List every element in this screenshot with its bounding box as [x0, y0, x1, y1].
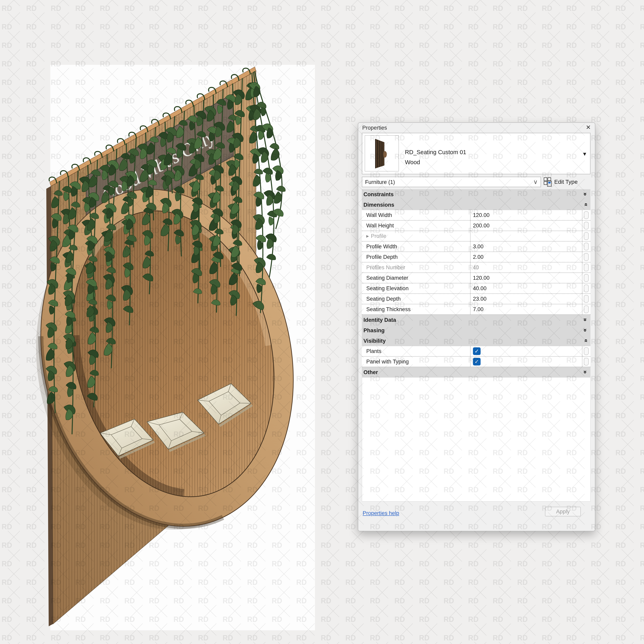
section-chevron-icon[interactable]: » [582, 203, 589, 206]
associate-param-button[interactable] [584, 211, 589, 219]
property-row: Wall Width 120.00 [362, 210, 590, 221]
property-value-field[interactable]: 40.00 [470, 283, 582, 293]
section-chevron-icon[interactable]: » [582, 192, 589, 196]
associate-param-button[interactable] [584, 285, 589, 292]
property-row: Wall Height 200.00 [362, 221, 590, 231]
section-chevron-icon[interactable]: » [582, 328, 589, 332]
properties-help-link[interactable]: Properties help [363, 510, 399, 516]
property-row: Seating Depth 23.00 [362, 294, 590, 304]
properties-panel: Properties ✕ RD_Seating Custom 01 Wood ▼ [358, 122, 595, 531]
property-row: Seating Thickness 7.00 [362, 304, 590, 315]
property-value-field: 40 [470, 262, 582, 272]
type-name: Wood [405, 159, 420, 166]
property-row: Seating Diameter 120.00 [362, 273, 590, 283]
property-value-field[interactable]: 2.00 [470, 252, 582, 262]
section-visibility[interactable]: Visibility » [362, 336, 590, 346]
type-family-name: RD_Seating Custom 01 [405, 149, 466, 156]
section-chevron-icon[interactable]: » [582, 339, 589, 342]
property-row: Profile Depth 2.00 [362, 252, 590, 262]
panel-title: Properties [362, 125, 387, 131]
property-row: Profile Width 3.00 [362, 241, 590, 252]
property-value-field[interactable]: 3.00 [470, 241, 582, 252]
section-phasing[interactable]: Phasing » [362, 325, 590, 336]
associate-param-button[interactable] [584, 243, 589, 250]
checkbox-checked[interactable]: ✓ [473, 358, 481, 365]
property-value-field[interactable]: 23.00 [470, 294, 582, 304]
property-row: Seating Elevation 40.00 [362, 283, 590, 294]
expand-arrow-icon[interactable]: ▶ [366, 234, 369, 238]
associate-param-button[interactable] [584, 295, 589, 303]
property-value-field[interactable]: 7.00 [470, 304, 582, 314]
category-filter-value: Furniture (1) [365, 179, 395, 185]
edit-type-icon [543, 177, 552, 187]
associate-param-button[interactable] [584, 274, 589, 282]
type-thumbnail [365, 135, 399, 171]
category-filter-combo[interactable]: Furniture (1) ∨ [362, 177, 541, 187]
section-dimensions[interactable]: Dimensions » [362, 200, 590, 210]
type-selector[interactable]: RD_Seating Custom 01 Wood ▼ [362, 133, 590, 174]
associate-param-button[interactable] [584, 264, 589, 271]
close-icon[interactable]: ✕ [586, 124, 591, 131]
associate-param-button[interactable] [584, 253, 589, 261]
apply-button[interactable]: Apply [545, 507, 581, 516]
associate-param-button[interactable] [584, 305, 589, 313]
property-value-field[interactable]: 200.00 [470, 221, 582, 231]
parameter-table: Constraints » Dimensions » Wall Width 12… [362, 189, 590, 378]
property-value-field[interactable]: 120.00 [470, 273, 582, 283]
property-value-field[interactable]: 120.00 [470, 210, 582, 220]
section-other[interactable]: Other » [362, 367, 590, 378]
section-identity-data[interactable]: Identity Data » [362, 315, 590, 325]
associate-param-button[interactable] [584, 222, 589, 229]
edit-type-label: Edit Type [554, 179, 578, 185]
section-chevron-icon[interactable]: » [582, 318, 589, 321]
screenshot-canvas: Good Vibes Only Good Vibes Only Properti… [0, 0, 644, 644]
property-group-row: ▶ Profile [362, 231, 590, 241]
property-row-checkbox: Plants ✓ [362, 346, 590, 357]
section-chevron-icon[interactable]: » [582, 370, 589, 374]
associate-param-button[interactable] [584, 232, 589, 240]
checkbox-checked[interactable]: ✓ [473, 347, 481, 355]
chevron-down-icon: ∨ [533, 178, 538, 185]
type-dropdown-icon[interactable]: ▼ [582, 151, 587, 157]
associate-param-button[interactable] [584, 358, 589, 365]
edit-type-button[interactable]: Edit Type [543, 176, 578, 188]
property-row-disabled: Profiles Number 40 [362, 262, 590, 273]
section-constraints[interactable]: Constraints » [362, 189, 590, 200]
property-row-checkbox: Panel with Typing ✓ [362, 357, 590, 367]
associate-param-button[interactable] [584, 347, 589, 355]
